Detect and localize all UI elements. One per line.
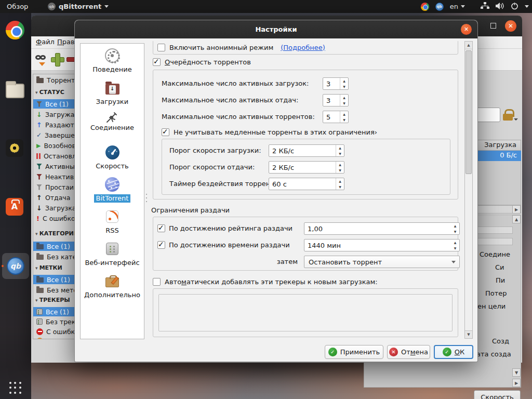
close-icon[interactable]: ✕	[505, 20, 516, 32]
spin-down-icon[interactable]: ▼	[340, 117, 348, 123]
spin-up-icon[interactable]: ▲	[451, 240, 459, 245]
filter-label: Все (1)	[45, 100, 69, 108]
chrome-tray-icon[interactable]	[421, 3, 429, 11]
spin-down-icon[interactable]: ▼	[336, 151, 344, 156]
lock-icon[interactable]	[502, 109, 514, 122]
max-uploads-spinbox[interactable]: 3 ▲▼	[323, 94, 349, 107]
dock-item-ubuntu-software[interactable]: A	[6, 198, 25, 218]
slow-torrents-checkbox[interactable]	[162, 128, 169, 136]
scroll-up-icon[interactable]: ▲	[512, 215, 521, 223]
anonymous-more-link[interactable]: (Подробнее)	[281, 44, 325, 51]
spin-up-icon[interactable]: ▲	[451, 223, 459, 229]
no-entry-icon	[36, 328, 43, 335]
funnel-icon	[36, 184, 42, 190]
close-icon[interactable]: ✕	[461, 24, 472, 35]
nav-label: RSS	[105, 227, 119, 234]
nav-item-rss[interactable]: RSS	[81, 207, 144, 238]
dock-item-files[interactable]	[6, 81, 25, 101]
spin-down-icon[interactable]: ▼	[451, 245, 459, 251]
section-trackers[interactable]: ТРЕКЕРЫ	[35, 297, 70, 303]
ratio-limit-spinbox[interactable]: 1,00 ▲▼	[304, 222, 460, 235]
cancel-label: Отмена	[401, 348, 428, 356]
dl-threshold-label: Порог скорости загрузки:	[169, 147, 261, 154]
add-torrent-icon[interactable]	[51, 53, 63, 65]
spin-up-icon[interactable]: ▲	[340, 95, 348, 100]
nav-item-bittorrent[interactable]: BitTorrent	[81, 175, 144, 206]
power-icon[interactable]	[511, 2, 518, 11]
spin-up-icon[interactable]: ▲	[340, 78, 348, 84]
spin-down-icon[interactable]: ▼	[340, 84, 348, 89]
chevron-down-icon	[104, 5, 109, 8]
max-torrents-spinbox[interactable]: 5 ▲▼	[323, 111, 349, 123]
cross-icon: ✕	[389, 348, 398, 356]
check-icon: ✓	[36, 131, 42, 139]
time-limit-label: По достижению времени раздачи	[169, 241, 290, 249]
scroll-right-icon[interactable]: ▶	[512, 379, 521, 387]
spin-down-icon[interactable]: ▼	[340, 100, 348, 106]
spin-value: 3	[326, 80, 330, 88]
spin-up-icon[interactable]: ▲	[336, 178, 344, 184]
chevron-down-icon[interactable]	[525, 5, 529, 8]
qbittorrent-tray-icon[interactable]: qb	[435, 3, 444, 11]
keyboard-indicator[interactable]: en	[450, 3, 465, 10]
scroll-up-icon[interactable]: ▲	[465, 42, 472, 49]
maximize-icon[interactable]	[490, 23, 496, 29]
spin-up-icon[interactable]: ▲	[336, 162, 344, 167]
add-trackers-label: Автоматически добавлять эти трекеры к но…	[165, 278, 378, 286]
queueing-row: Очерёдность торрентов	[153, 57, 251, 66]
dl-threshold-spinbox[interactable]: 2 КБ/с ▲▼	[269, 144, 344, 157]
dock-item-qbittorrent[interactable]: qb	[2, 253, 29, 279]
activities-button[interactable]: Обзор	[7, 0, 28, 13]
scroll-down-icon[interactable]: ▼	[465, 330, 472, 338]
section-status[interactable]: СТАТУС	[35, 89, 64, 96]
cancel-button[interactable]: ✕ Отмена	[387, 345, 430, 359]
section-tags[interactable]: МЕТКИ	[35, 264, 62, 271]
max-downloads-spinbox[interactable]: 3 ▲▼	[323, 77, 349, 90]
scrollbar-thumb[interactable]	[466, 50, 472, 174]
time-limit-spinbox[interactable]: 1440 мин ▲▼	[304, 239, 460, 251]
trackers-textarea[interactable]	[158, 294, 453, 331]
network-icon[interactable]	[481, 2, 489, 11]
dock-item-chrome[interactable]	[6, 21, 25, 41]
show-applications-button[interactable]	[9, 382, 22, 394]
nav-item-speed[interactable]: Скорость	[81, 142, 144, 174]
queueing-checkbox[interactable]	[153, 58, 161, 66]
apply-button[interactable]: ✓ Применить	[325, 345, 383, 359]
max-uploads-row: Максимальное число активных отдач: 3 ▲▼	[162, 94, 453, 107]
dock-item-media-player[interactable]	[6, 139, 25, 159]
ok-button[interactable]: ✓ ОК	[434, 345, 473, 359]
volume-icon[interactable]	[496, 2, 504, 11]
appmenu-button[interactable]: qb qBittorrent	[48, 0, 109, 13]
spin-down-icon[interactable]: ▼	[451, 229, 459, 234]
scroll-down-icon[interactable]: ▼	[512, 368, 521, 377]
then-action-combobox[interactable]: Остановить торрент	[304, 256, 460, 268]
arrow-up-icon: ↑	[36, 195, 42, 201]
menu-file[interactable]: Файл	[36, 38, 55, 46]
spin-up-icon[interactable]: ▲	[340, 111, 348, 117]
spin-down-icon[interactable]: ▼	[336, 184, 344, 190]
spin-down-icon[interactable]: ▼	[336, 167, 344, 173]
tab-speed[interactable]: Скорость	[474, 390, 521, 399]
nav-item-downloads[interactable]: Загрузки	[81, 78, 144, 109]
property-label: ата созда	[476, 350, 511, 358]
scroll-right-icon[interactable]: ▶	[512, 205, 521, 214]
nav-item-behavior[interactable]: Поведение	[81, 46, 144, 77]
add-torrent-link-icon[interactable]	[35, 54, 49, 67]
inactivity-timer-spinbox[interactable]: 60 с ▲▼	[269, 178, 344, 190]
section-categories[interactable]: КАТЕГОРИИ	[35, 230, 78, 237]
nav-item-advanced[interactable]: Дополнительно	[81, 271, 144, 302]
ul-threshold-spinbox[interactable]: 2 КБ/с ▲▼	[269, 161, 344, 174]
chevron-down-icon	[514, 118, 518, 121]
filter-label: Все (1)	[46, 308, 69, 316]
spin-up-icon[interactable]: ▲	[336, 145, 344, 151]
splitter-handle[interactable]	[145, 188, 148, 208]
filter-label: Отдача	[45, 194, 70, 202]
settings-scrollbar[interactable]: ▲ ▼	[464, 41, 473, 339]
nav-item-connection[interactable]: Соединение	[81, 110, 144, 141]
add-trackers-checkbox[interactable]	[153, 278, 161, 286]
dialog-titlebar[interactable]: Настройки ✕	[75, 20, 477, 38]
anonymous-mode-checkbox[interactable]	[157, 44, 165, 51]
time-limit-checkbox[interactable]	[157, 241, 165, 249]
ratio-limit-checkbox[interactable]	[157, 224, 165, 232]
nav-item-webui[interactable]: Веб-интерфейс	[81, 239, 144, 270]
